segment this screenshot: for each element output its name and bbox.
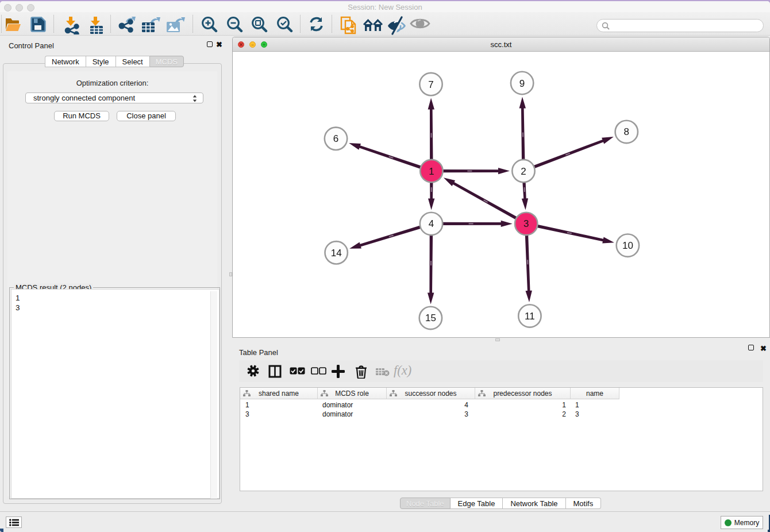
svg-text:10: 10 xyxy=(622,240,633,251)
svg-text:3: 3 xyxy=(523,218,529,229)
svg-text:6: 6 xyxy=(333,133,338,144)
svg-text:11: 11 xyxy=(525,311,535,322)
svg-text:14: 14 xyxy=(331,248,342,259)
svg-text:9: 9 xyxy=(519,78,525,89)
svg-text:4: 4 xyxy=(429,218,434,229)
svg-text:7: 7 xyxy=(428,79,433,90)
svg-text:15: 15 xyxy=(425,313,436,323)
svg-text:8: 8 xyxy=(624,126,629,137)
svg-text:1: 1 xyxy=(429,166,434,177)
svg-text:2: 2 xyxy=(521,166,526,177)
